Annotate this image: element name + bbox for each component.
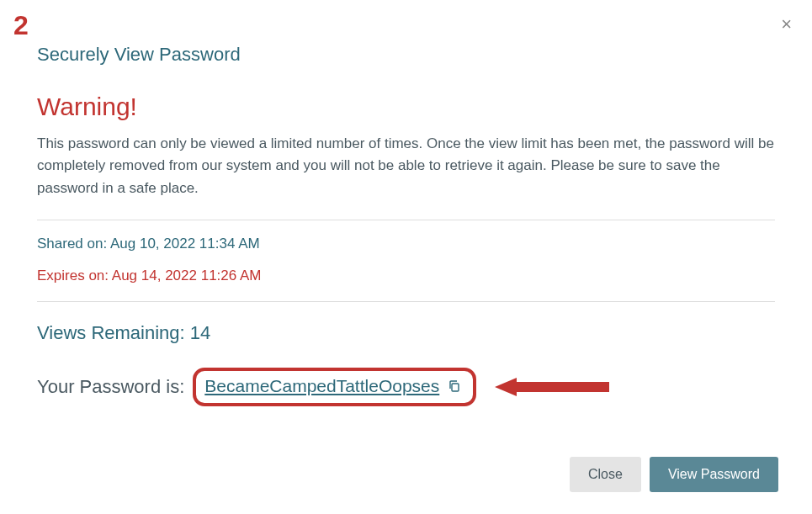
warning-heading: Warning!	[37, 93, 775, 121]
warning-text: This password can only be viewed a limit…	[37, 133, 775, 199]
expires-on-text: Expires on: Aug 14, 2022 11:26 AM	[37, 268, 775, 284]
close-button[interactable]: Close	[570, 457, 641, 492]
password-highlight-box: BecameCampedTattleOopses	[193, 368, 476, 406]
password-row: Your Password is: BecameCampedTattleOops…	[37, 368, 775, 406]
modal-title: Securely View Password	[37, 44, 775, 66]
meta-block: Shared on: Aug 10, 2022 11:34 AM Expires…	[37, 220, 775, 301]
step-number-annotation: 2	[13, 10, 29, 41]
password-value[interactable]: BecameCampedTattleOopses	[204, 376, 439, 396]
copy-icon[interactable]	[448, 379, 461, 393]
views-remaining: Views Remaining: 14	[37, 322, 775, 344]
arrow-left-icon	[495, 378, 517, 396]
svg-rect-0	[452, 384, 459, 391]
divider	[37, 301, 775, 302]
close-icon[interactable]: ×	[781, 15, 792, 34]
modal-footer: Close View Password	[570, 457, 778, 492]
password-label: Your Password is:	[37, 376, 184, 398]
arrow-annotation	[495, 378, 609, 396]
modal-body: Securely View Password Warning! This pas…	[0, 0, 812, 465]
shared-on-text: Shared on: Aug 10, 2022 11:34 AM	[37, 236, 775, 252]
arrow-line	[517, 382, 609, 392]
view-password-button[interactable]: View Password	[650, 457, 778, 492]
